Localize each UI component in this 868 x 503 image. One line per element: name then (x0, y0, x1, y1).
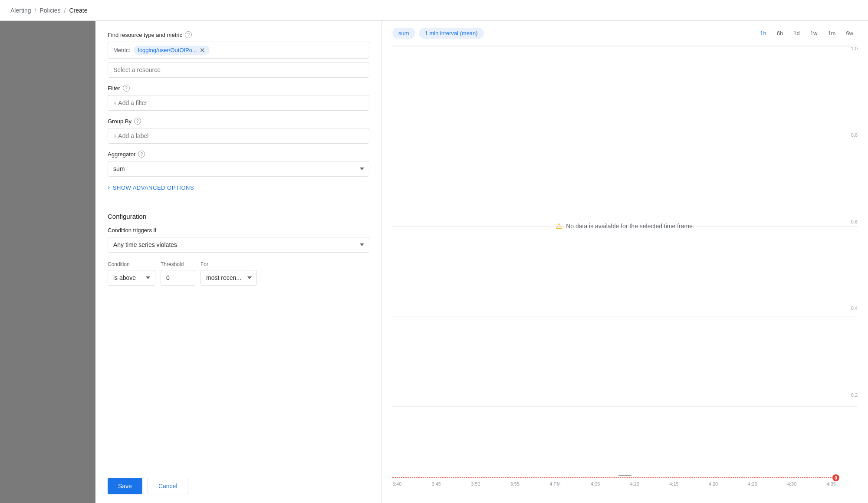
aggregator-label: Aggregator ? (108, 151, 369, 158)
aggregation-chip[interactable]: sum (392, 28, 415, 39)
y-label-04: 0.4 (838, 306, 858, 311)
aggregator-help-icon[interactable]: ? (138, 151, 145, 158)
chart-top-controls: sum 1 min interval (mean) 1h 6h 1d 1w 1m… (392, 28, 858, 39)
breadcrumb-policies[interactable]: Policies (39, 7, 60, 14)
metric-box: Metric: logging/user/OutOfPo... ✕ (108, 42, 369, 59)
chart-area: 1.0 0.8 0.6 0.4 0.2 ⚠ No data is availab… (392, 46, 858, 496)
find-resource-help-icon[interactable]: ? (185, 31, 192, 38)
condition-col: Condition is above (108, 261, 155, 286)
threshold-col: Threshold (161, 261, 195, 286)
aggregator-select-wrapper: summeancountminmax (108, 161, 369, 177)
no-data-message: ⚠ No data is available for the selected … (556, 221, 694, 231)
x-label-420: 4:20 (709, 481, 718, 487)
time-range-6w[interactable]: 6w (842, 28, 858, 39)
for-col: For most recen... (201, 261, 257, 286)
group-by-help-icon[interactable]: ? (134, 118, 141, 125)
breadcrumb-sep-2: / (64, 7, 66, 14)
chart-y-labels: 1.0 0.8 0.6 0.4 0.2 (836, 46, 858, 479)
threshold-input[interactable] (161, 270, 195, 286)
filter-label-text: Filter (108, 85, 120, 92)
condition-triggers-label: Condition triggers if (108, 227, 369, 233)
filter-label: Filter ? (108, 85, 369, 92)
condition-row: Condition is above Threshold For (108, 261, 369, 286)
chart-x-labels: 3:40 3:45 3:50 3:55 4 PM 4:05 4:10 4:15 … (392, 479, 836, 496)
trigger-select-wrapper: Any time series violates (108, 237, 369, 253)
aggregator-label-text: Aggregator (108, 151, 135, 158)
resource-select-input[interactable] (108, 62, 369, 78)
time-range-1w[interactable]: 1w (806, 28, 822, 39)
x-label-405: 4:05 (591, 481, 600, 487)
breadcrumb-sep-1: / (34, 7, 36, 14)
configuration-title: Configuration (108, 213, 369, 220)
filter-input[interactable] (108, 95, 369, 111)
filter-group: Filter ? (108, 85, 369, 111)
for-select-wrapper: most recen... (201, 270, 257, 286)
gridline-1 (392, 46, 858, 46)
group-by-label: Group By ? (108, 118, 369, 125)
form-panel: Find resource type and metric ? Metric: … (95, 21, 382, 503)
metric-label: Metric: (113, 47, 130, 53)
for-col-label: For (201, 261, 257, 267)
x-label-430: 4:30 (787, 481, 796, 487)
warning-icon: ⚠ (556, 221, 562, 231)
threshold-col-label: Threshold (161, 261, 195, 267)
show-advanced-options-button[interactable]: › SHOW ADVANCED OPTIONS (108, 184, 194, 191)
aggregator-select[interactable]: summeancountminmax (108, 161, 369, 177)
main-layout: Find resource type and metric ? Metric: … (0, 21, 868, 503)
x-label-415: 4:15 (669, 481, 678, 487)
save-button[interactable]: Save (108, 478, 142, 494)
chart-legend (618, 475, 631, 476)
footer-buttons: Save Cancel (95, 469, 381, 503)
breadcrumb-alerting[interactable]: Alerting (10, 7, 31, 14)
find-resource-title-text: Find resource type and metric (108, 32, 182, 38)
find-resource-section: Find resource type and metric ? Metric: … (95, 21, 381, 202)
x-label-340: 3:40 (392, 481, 401, 487)
condition-col-label: Condition (108, 261, 155, 267)
condition-select[interactable]: is above (108, 270, 155, 286)
metric-chip-close-icon[interactable]: ✕ (200, 47, 205, 53)
chevron-down-icon: › (108, 184, 110, 191)
time-range-buttons: 1h 6h 1d 1w 1m 6w (756, 28, 858, 39)
trigger-select[interactable]: Any time series violates (108, 237, 369, 253)
y-label-1: 1.0 (838, 46, 858, 51)
group-by-input[interactable] (108, 128, 369, 144)
y-label-06: 0.6 (838, 219, 858, 224)
metric-chip[interactable]: logging/user/OutOfPo... ✕ (134, 46, 210, 55)
find-resource-label: Find resource type and metric ? (108, 31, 369, 38)
breadcrumb-create: Create (69, 7, 88, 14)
time-range-1m[interactable]: 1m (823, 28, 840, 39)
find-resource-title-group: Find resource type and metric ? Metric: … (108, 31, 369, 78)
no-data-text: No data is available for the selected ti… (566, 223, 694, 230)
configuration-section: Configuration Condition triggers if Any … (95, 202, 381, 296)
threshold-badge: 0 (832, 474, 839, 481)
condition-triggers-text: Condition triggers if (108, 227, 156, 233)
group-by-label-text: Group By (108, 118, 132, 125)
x-label-425: 4:25 (748, 481, 757, 487)
chart-panel: sum 1 min interval (mean) 1h 6h 1d 1w 1m… (382, 21, 868, 503)
y-label-08: 0.8 (838, 132, 858, 138)
time-range-1d[interactable]: 1d (789, 28, 804, 39)
for-select[interactable]: most recen... (201, 270, 257, 286)
x-label-4pm: 4 PM (549, 481, 561, 487)
top-bar: Alerting / Policies / Create (0, 0, 868, 21)
condition-select-wrapper: is above (108, 270, 155, 286)
cancel-button[interactable]: Cancel (148, 478, 188, 494)
x-label-355: 3:55 (510, 481, 519, 487)
time-range-6h[interactable]: 6h (773, 28, 787, 39)
time-range-1h[interactable]: 1h (756, 28, 770, 39)
gridline-5 (392, 406, 858, 407)
chart-controls-left: sum 1 min interval (mean) (392, 28, 484, 39)
x-label-435: 4:35 (826, 481, 835, 487)
x-label-345: 3:45 (432, 481, 441, 487)
advanced-options-label: SHOW ADVANCED OPTIONS (113, 184, 194, 191)
x-label-410: 4:10 (630, 481, 639, 487)
gridline-2 (392, 136, 858, 136)
y-label-02: 0.2 (838, 392, 858, 398)
group-by-group: Group By ? (108, 118, 369, 144)
gridline-4 (392, 316, 858, 316)
interval-chip[interactable]: 1 min interval (mean) (419, 28, 484, 39)
aggregator-group: Aggregator ? summeancountminmax (108, 151, 369, 177)
filter-help-icon[interactable]: ? (123, 85, 130, 92)
threshold-line: 0 (392, 477, 836, 478)
metric-chip-text: logging/user/OutOfPo... (138, 47, 197, 53)
